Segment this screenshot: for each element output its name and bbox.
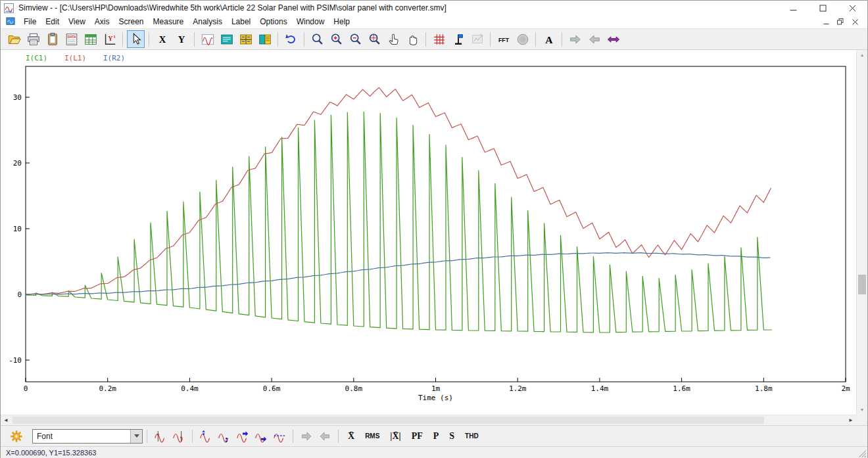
open-icon[interactable] [5,30,23,48]
statusbar: X=0.000690, Y1=15.328363 [1,446,867,458]
thd-button[interactable]: THD [460,428,484,445]
y-tick-label: 20 [13,159,22,168]
export-data-icon[interactable] [82,30,99,48]
power-factor-button[interactable]: PF [406,428,428,445]
window-title: Simview - - [C:\Users\HP\Downloads\Wired… [18,3,446,12]
fft-icon[interactable]: FFT [494,30,512,48]
fft-inverse-icon[interactable] [514,30,531,48]
rms-button[interactable]: RMS [360,428,385,445]
mdi-restore-button[interactable] [833,16,848,27]
pointer-icon[interactable] [127,30,145,48]
data-sheet-icon[interactable]: DATA [62,30,80,48]
menu-label[interactable]: Label [227,16,255,28]
cursor-left-icon[interactable] [152,428,169,445]
x-tick-label: 2m [841,384,850,393]
menu-window[interactable]: Window [292,16,329,28]
waveform-icon[interactable] [199,30,216,48]
menu-edit[interactable]: Edit [41,16,64,28]
next-peak-icon[interactable] [234,428,251,445]
zoom-out-icon[interactable] [347,30,364,48]
vertical-scrollbar[interactable]: ▲ ▼ [856,50,867,415]
toolbar-separator [304,32,304,47]
move-both-icon[interactable] [604,30,622,48]
toolbar-separator [338,430,339,443]
close-button[interactable] [838,1,867,15]
move-right-icon[interactable] [566,30,584,48]
valley-icon[interactable] [216,428,233,445]
simview-window: Simview - - [C:\Users\HP\Downloads\Wired… [0,0,868,458]
cursor-measure-icon[interactable] [449,30,467,48]
horizontal-scroll-thumb[interactable] [12,417,764,424]
peak-icon[interactable] [197,428,214,445]
y-axis-icon[interactable]: Y [172,30,190,48]
menu-measure[interactable]: Measure [149,16,189,28]
hand-point-icon[interactable] [385,30,402,48]
split-screen-icon[interactable] [256,30,274,48]
menu-options[interactable]: Options [255,16,291,28]
horizontal-scrollbar[interactable]: ◄ ► [1,415,856,425]
hand-pan-icon[interactable] [404,30,422,48]
menu-screen[interactable]: Screen [114,16,149,28]
zoom-in-icon[interactable] [327,30,345,48]
menu-help[interactable]: Help [329,16,354,28]
toolbar-separator [490,32,491,47]
mdi-minimize-button[interactable] [819,16,833,27]
y-tick-label: 0 [17,290,22,299]
menu-axis[interactable]: Axis [90,16,114,28]
waveform-plot[interactable]: 00.2m0.4m0.6m0.8m1m1.2m1.4m1.6m1.8m2m-10… [1,50,857,415]
maximize-button[interactable] [808,1,838,15]
minimize-button[interactable] [779,1,808,15]
measure-grid-icon[interactable] [430,30,448,48]
plot-border [26,66,846,382]
scrollbar-corner [856,415,867,425]
jump-right-icon[interactable] [298,428,315,445]
cursor-readout: X=0.000690, Y1=15.328363 [6,449,96,457]
menu-file[interactable]: File [19,16,41,28]
svg-text:A: A [545,34,553,45]
resize-grip[interactable] [857,448,866,457]
x-tick-label: 0.6m [263,384,281,393]
real-power-button[interactable]: P [428,428,445,445]
x-tick-label: 1.8m [755,384,773,393]
mdi-close-button[interactable] [848,16,862,27]
menu-view[interactable]: View [64,16,90,28]
mean-button[interactable]: X̄ [343,428,360,445]
add-text-icon[interactable]: A [540,30,558,48]
cursor-right-icon[interactable] [170,428,187,445]
print-icon[interactable] [24,30,42,48]
toolbar-separator [562,32,562,47]
combo-dropdown-icon[interactable] [130,430,142,443]
x-axis-icon[interactable]: X [153,30,171,48]
scroll-down-icon[interactable]: ▼ [857,405,867,415]
toolbar-separator [194,32,195,47]
add-y-axis-icon[interactable]: Y1 [101,30,118,48]
main-toolbar: DATAY1XYFFTA [1,28,867,50]
vertical-scroll-thumb[interactable] [858,275,866,294]
next-valley-icon[interactable] [253,428,270,445]
copy-icon[interactable] [43,30,61,48]
settings-gear-icon[interactable] [7,428,26,445]
apparent-power-button[interactable]: S [444,428,460,445]
scroll-left-icon[interactable]: ◄ [1,415,11,425]
menu-analysis[interactable]: Analysis [188,16,227,28]
four-screen-icon[interactable] [237,30,254,48]
x-axis-label: Time (s) [418,394,453,402]
zoom-region-icon[interactable] [366,30,383,48]
scroll-right-icon[interactable]: ► [846,415,856,425]
y-tick-label: -10 [9,356,22,365]
mean-line-icon[interactable] [271,428,288,445]
x-tick-label: 0.2m [99,384,116,393]
snapshot-icon[interactable] [468,30,486,48]
x-tick-label: 0 [24,384,28,393]
titlebar: Simview - - [C:\Users\HP\Downloads\Wired… [1,1,867,15]
move-left-icon[interactable] [585,30,603,48]
zoom-icon[interactable] [308,30,326,48]
measure-icon-groups [143,428,343,445]
single-screen-icon[interactable] [218,30,235,48]
toolbar-separator [535,32,536,47]
jump-left-icon[interactable] [316,428,333,445]
font-combobox[interactable]: Font [32,429,143,444]
undo-icon[interactable] [282,30,300,48]
mean-abs-button[interactable]: |X̄| [385,428,406,445]
scroll-up-icon[interactable]: ▲ [857,50,867,60]
